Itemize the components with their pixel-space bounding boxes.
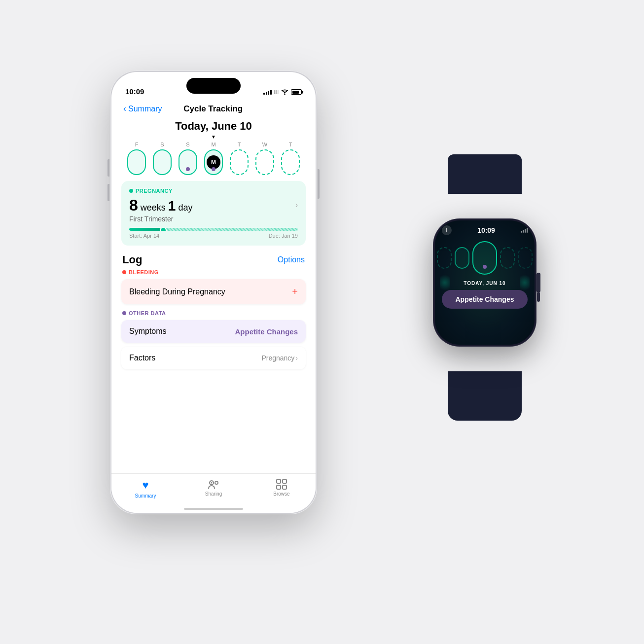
bleeding-label: Bleeding During Pregnancy xyxy=(129,287,225,296)
watch-oval-left2 xyxy=(437,247,452,269)
day-label: T xyxy=(238,142,241,147)
page-title: Cycle Tracking xyxy=(183,104,243,114)
other-data-section-label: OTHER DATA xyxy=(111,310,316,318)
tab-browse[interactable]: Browse xyxy=(248,479,316,497)
watch-body: i 10:09 xyxy=(433,218,537,347)
date-arrow: ▼ xyxy=(111,135,316,140)
battery-icon xyxy=(291,89,302,95)
back-button[interactable]: ‹ Summary xyxy=(123,104,162,114)
add-bleeding-button[interactable]: + xyxy=(292,286,298,297)
signal-icon xyxy=(263,90,272,95)
day-oval-dashed[interactable] xyxy=(230,149,249,175)
pregnancy-weeks: 8 weeks 1 day xyxy=(129,197,192,214)
watch-appetite-text: Appetite Changes xyxy=(455,295,514,303)
day-label: W xyxy=(262,142,267,147)
day-item-s2: S xyxy=(175,142,201,175)
glow-right xyxy=(520,273,530,292)
options-button[interactable]: Options xyxy=(278,255,305,264)
home-indicator xyxy=(184,508,243,510)
day-item-t2: T xyxy=(278,142,303,175)
tab-summary-label: Summary xyxy=(135,493,156,499)
pregnancy-dot xyxy=(129,189,133,193)
watch-crown xyxy=(537,273,540,292)
log-header: Log Options xyxy=(111,246,316,269)
watch-side-button xyxy=(537,292,540,302)
status-icons: ﹢⃣ xyxy=(263,88,302,96)
date-header: Today, June 10 xyxy=(111,116,316,135)
dynamic-island xyxy=(186,78,241,94)
day-oval[interactable] xyxy=(127,149,146,175)
tab-summary[interactable]: ♥ Summary xyxy=(111,479,179,499)
day-item-w: W xyxy=(252,142,278,175)
back-label: Summary xyxy=(128,105,162,113)
tab-sharing-label: Sharing xyxy=(205,491,222,497)
other-data-dot xyxy=(122,311,126,315)
day-label: F xyxy=(135,142,139,147)
progress-dates: Start: Apr 14 Due: Jan 19 xyxy=(129,233,298,239)
day-row: F S S xyxy=(111,140,316,175)
day-item-t1: T xyxy=(226,142,252,175)
bleeding-dot xyxy=(122,270,126,274)
status-time: 10:09 xyxy=(125,87,144,96)
svg-rect-5 xyxy=(283,479,286,483)
symptoms-value: Appetite Changes xyxy=(235,327,298,336)
glow-left xyxy=(440,273,450,292)
progress-bar: Start: Apr 14 Due: Jan 19 xyxy=(129,228,298,239)
factors-label: Factors xyxy=(129,354,155,362)
factors-chevron-icon: › xyxy=(295,354,298,362)
log-title: Log xyxy=(122,253,142,266)
day-label: S xyxy=(186,142,189,147)
nav-bar: ‹ Summary Cycle Tracking xyxy=(111,100,316,116)
day-label: S xyxy=(160,142,164,147)
watch-signal-icon xyxy=(521,228,528,233)
wifi-icon: ﹢⃣ xyxy=(274,88,279,96)
svg-rect-6 xyxy=(277,485,281,489)
day-label: M xyxy=(211,142,215,147)
tab-sharing[interactable]: Sharing xyxy=(179,479,248,497)
day-oval[interactable] xyxy=(179,149,197,175)
symptoms-row[interactable]: Symptoms Appetite Changes xyxy=(121,320,306,343)
watch-status-bar: i 10:09 xyxy=(435,220,535,237)
chevron-left-icon: ‹ xyxy=(123,104,126,114)
watch-oval-dot xyxy=(483,265,487,269)
watch-oval-main xyxy=(472,241,497,275)
watch-band-bottom xyxy=(448,371,522,421)
iphone: 10:09 ﹢⃣ xyxy=(110,71,317,514)
day-label: T xyxy=(289,142,292,147)
svg-point-2 xyxy=(211,482,213,484)
watch-oval-left1 xyxy=(455,247,469,269)
day-dot xyxy=(212,167,215,171)
card-chevron-icon: › xyxy=(295,201,298,210)
sharing-icon xyxy=(208,479,219,490)
factors-right: Pregnancy › xyxy=(261,354,298,362)
day-item-m-today: M M xyxy=(201,142,226,175)
apple-watch: i 10:09 xyxy=(416,189,554,376)
watch-band-top xyxy=(448,154,522,194)
tab-browse-label: Browse xyxy=(273,491,289,497)
day-dot xyxy=(186,167,190,171)
factors-row[interactable]: Factors Pregnancy › xyxy=(121,347,306,369)
day-item-f: F xyxy=(124,142,149,175)
watch-oval-right2 xyxy=(518,247,533,269)
watch-screen: i 10:09 xyxy=(435,220,535,345)
pregnancy-card[interactable]: PREGNANCY 8 weeks 1 day First Trimester … xyxy=(121,181,306,246)
trimester-label: First Trimester xyxy=(129,215,192,223)
watch-info-button[interactable]: i xyxy=(442,225,452,235)
heart-icon: ♥ xyxy=(142,479,148,492)
day-oval-dashed[interactable] xyxy=(255,149,274,175)
wifi-icon xyxy=(281,89,288,95)
scene: 10:09 ﹢⃣ xyxy=(51,51,593,593)
svg-rect-4 xyxy=(277,479,281,483)
day-oval-dashed[interactable] xyxy=(281,149,300,175)
factors-value: Pregnancy xyxy=(261,354,294,362)
day-oval[interactable] xyxy=(153,149,172,175)
symptoms-label: Symptoms xyxy=(129,327,167,336)
watch-time: 10:09 xyxy=(477,226,495,234)
watch-appetite-pill: Appetite Changes xyxy=(442,290,528,309)
day-item-s1: S xyxy=(149,142,175,175)
bleeding-row[interactable]: Bleeding During Pregnancy + xyxy=(121,279,306,304)
screen-content: ‹ Summary Cycle Tracking Today, June 10 … xyxy=(111,100,316,513)
svg-point-3 xyxy=(215,481,218,484)
browse-icon xyxy=(276,479,287,490)
pregnancy-section-label: PREGNANCY xyxy=(129,188,298,194)
